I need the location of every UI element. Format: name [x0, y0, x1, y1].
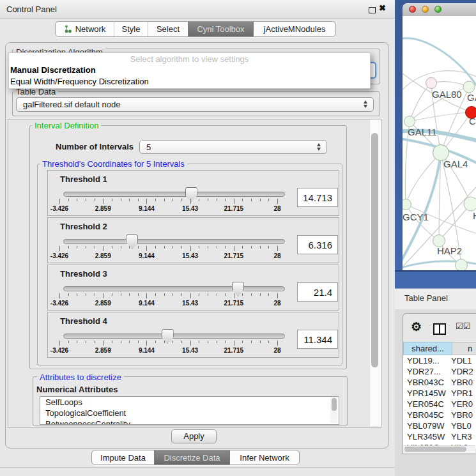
- slider-tick-label: 28: [273, 300, 280, 307]
- slider-track[interactable]: [63, 239, 285, 244]
- network-edge[interactable]: [403, 38, 476, 88]
- slider-tick-label: 21.715: [224, 347, 244, 354]
- tab-discretize-data[interactable]: Discretize Data: [154, 450, 229, 464]
- table-row[interactable]: YBL079WYBL0: [403, 420, 476, 431]
- slider-tick-label: 28: [273, 347, 280, 354]
- table-rows: YDL19...YDL1YDR27...YDR2YBR043CYBR0YPR14…: [403, 355, 476, 449]
- slider-tick-label: 21.715: [224, 205, 244, 212]
- table-row[interactable]: YBR045CYBR0: [403, 410, 476, 420]
- table-row[interactable]: YBR043CYBR0: [403, 377, 476, 388]
- threshold-label: Threshold 2: [60, 222, 107, 231]
- table-panel-title: Table Panel: [404, 293, 448, 303]
- network-node[interactable]: [403, 199, 411, 210]
- slider-ticks: [59, 341, 277, 346]
- number-of-intervals-value: 5: [146, 142, 151, 152]
- control-panel-bottom-edge: [0, 467, 395, 468]
- gear-icon[interactable]: ⚙: [411, 319, 422, 334]
- slider-tick-label: 28: [273, 252, 280, 259]
- threshold-value-field[interactable]: 14.713: [297, 188, 338, 207]
- slider-tick-label: 28: [273, 205, 280, 212]
- slider-tick-label: 21.715: [224, 300, 244, 307]
- table-column-header-shared[interactable]: shared...: [403, 342, 452, 355]
- control-panel-titlebar: [0, 0, 395, 19]
- slider-tick-label: 15.43: [182, 252, 198, 259]
- tab-infer-network[interactable]: Infer Network: [229, 450, 299, 464]
- split-columns-icon[interactable]: [433, 323, 446, 335]
- network-node-label: GA: [467, 92, 476, 103]
- number-of-intervals-spinner[interactable]: 5: [139, 140, 327, 154]
- threshold-panel-4: Threshold 4-3.4262.8599.14415.4321.71528…: [47, 312, 339, 358]
- network-edge[interactable]: [410, 83, 431, 121]
- network-node[interactable]: [463, 81, 475, 93]
- slider-tick-label: 21.715: [224, 252, 244, 259]
- network-node-label: GCY1: [403, 211, 429, 222]
- threshold-label: Threshold 4: [60, 316, 107, 326]
- select-columns-icon[interactable]: ☑☑: [456, 321, 470, 331]
- close-traffic-light[interactable]: [409, 6, 416, 13]
- table-row[interactable]: YLR345WYLR3: [403, 431, 476, 442]
- network-window: GAL80GACGAL11GAL4GCY1HHAP2: [403, 3, 476, 270]
- table-row[interactable]: YDR27...YDR2: [403, 366, 476, 377]
- slider-track[interactable]: [63, 334, 285, 339]
- interval-definition-group-title: Interval Definition: [32, 121, 101, 130]
- threshold-value-field[interactable]: 11.344: [297, 330, 338, 349]
- dropdown-option-manual[interactable]: Manual Discretization: [9, 65, 370, 76]
- threshold-value-field[interactable]: 21.4: [297, 282, 338, 302]
- network-node[interactable]: [426, 78, 437, 89]
- slider-tick-label: -3.426: [50, 205, 68, 212]
- settings-scrollbar-thumb[interactable]: [371, 133, 378, 367]
- number-of-intervals-label: Number of Intervals: [56, 142, 134, 151]
- slider-tick-label: 9.144: [139, 205, 155, 212]
- network-node-label: H: [473, 210, 476, 221]
- table-row[interactable]: YDL19...YDL1: [403, 355, 476, 366]
- slider-track[interactable]: [63, 192, 285, 197]
- tab-select[interactable]: Select: [148, 22, 188, 36]
- network-node[interactable]: [456, 259, 468, 271]
- slider-tick-label: 9.144: [139, 252, 155, 259]
- network-edge[interactable]: [406, 204, 439, 241]
- slider-ticks: [59, 246, 277, 252]
- numerical-attributes-list[interactable]: SelfLoopsTopologicalCoefficientBetweenne…: [40, 396, 339, 425]
- spinner-arrows-icon: [317, 143, 321, 151]
- slider-tick-label: 2.859: [95, 205, 111, 212]
- zoom-traffic-light[interactable]: [434, 6, 441, 13]
- network-node-label: HAP2: [437, 245, 462, 256]
- thresholds-group-title: Threshold's Coordinates for 5 Intervals: [40, 160, 187, 168]
- top-tab-bar: NetworkStyleSelectCyni ToolboxjActiveMNo…: [55, 21, 336, 37]
- table-column-header-name[interactable]: n: [452, 342, 476, 355]
- table-row[interactable]: YER054CYER0: [403, 399, 476, 410]
- close-icon[interactable]: ✖: [379, 3, 386, 13]
- tab-cyni-toolbox[interactable]: Cyni Toolbox: [188, 22, 253, 36]
- slider-track[interactable]: [63, 286, 285, 291]
- tab-jactivemnodules[interactable]: jActiveMNodules: [253, 22, 335, 36]
- float-window-icon[interactable]: [369, 7, 376, 13]
- slider-tick-label: 15.43: [182, 347, 198, 354]
- network-window-titlebar[interactable]: [403, 3, 476, 17]
- threshold-value-field[interactable]: 6.316: [297, 235, 338, 254]
- network-node[interactable]: [404, 116, 415, 127]
- table-row[interactable]: YPR145WYPR1: [403, 388, 476, 399]
- tab-network[interactable]: Network: [56, 22, 114, 36]
- tab-style[interactable]: Style: [114, 22, 148, 36]
- control-panel-title: Control Panel: [6, 4, 57, 14]
- attribute-item[interactable]: BetweennessCentrality: [40, 418, 339, 425]
- network-canvas[interactable]: GAL80GACGAL11GAL4GCY1HHAP2: [403, 16, 476, 270]
- attribute-item[interactable]: SelfLoops: [40, 397, 339, 408]
- table-data-combobox-value: galFiltered.sif default node: [23, 100, 120, 109]
- slider-tick-label: 9.144: [139, 300, 155, 307]
- threshold-panel-1: Threshold 1-3.4262.8599.14415.4321.71528…: [47, 170, 339, 216]
- network-node-label: C: [469, 116, 476, 127]
- apply-button[interactable]: Apply: [171, 429, 217, 443]
- table-data-combobox[interactable]: galFiltered.sif default node: [16, 97, 374, 112]
- attribute-item[interactable]: TopologicalCoefficient: [40, 408, 339, 418]
- attributes-list-scrollbar-thumb[interactable]: [332, 398, 337, 411]
- slider-tick-label: -3.426: [50, 300, 68, 307]
- threshold-panel-2: Threshold 2-3.4262.8599.14415.4321.71528…: [47, 217, 339, 263]
- tab-impute-data[interactable]: Impute Data: [92, 450, 154, 464]
- threshold-panel-3: Threshold 3-3.4262.8599.14415.4321.71528…: [47, 265, 339, 311]
- table-hscrollbar-thumb[interactable]: [404, 447, 466, 452]
- dropdown-option-equal-width[interactable]: Equal Width/Frequency Discretization: [9, 76, 370, 88]
- network-node[interactable]: [464, 197, 476, 211]
- minimize-traffic-light[interactable]: [422, 6, 429, 13]
- slider-ticks: [59, 293, 277, 299]
